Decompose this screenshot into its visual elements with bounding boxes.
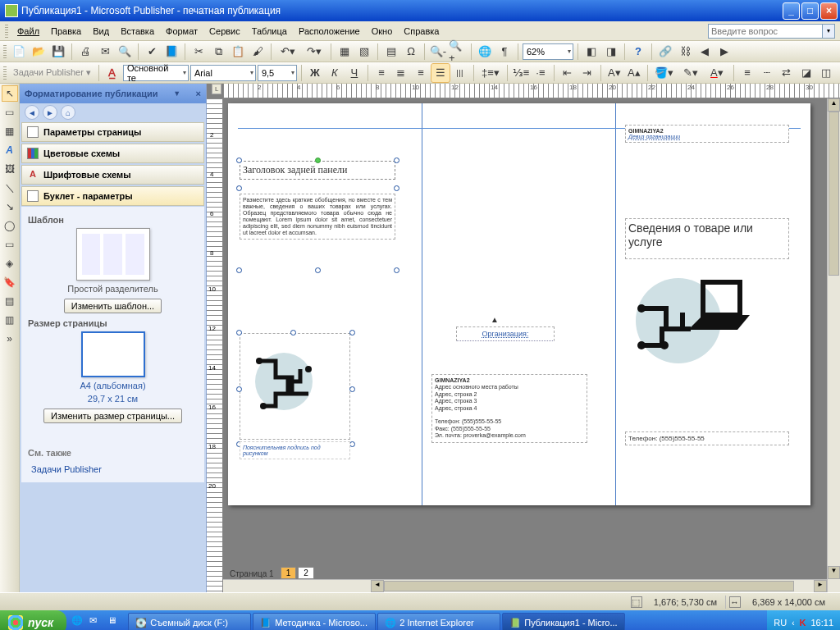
taskpane-back-icon[interactable]: ◄ (25, 105, 39, 120)
dash-style-icon[interactable]: ┄ (758, 64, 776, 82)
zoom-in-icon[interactable]: 🔍+ (449, 43, 467, 61)
cut-icon[interactable]: ✂ (189, 43, 208, 61)
open-icon[interactable]: 📂 (30, 43, 48, 61)
textbox-tool-icon[interactable]: ▭ (2, 104, 18, 121)
save-icon[interactable]: 💾 (49, 43, 67, 61)
grip-icon[interactable] (3, 66, 7, 80)
special-chars-icon[interactable]: Ω (402, 43, 420, 61)
document-canvas[interactable]: Заголовок задней панели Разместите здесь… (223, 98, 840, 592)
spelling-icon[interactable]: ✔ (143, 43, 161, 61)
zoom-out-icon[interactable]: 🔍- (429, 43, 447, 61)
research-icon[interactable]: 📘 (162, 43, 180, 61)
help-icon[interactable]: ? (629, 43, 647, 61)
tray-network-icon[interactable]: ‹ (792, 619, 794, 628)
taskbar-item-publisher[interactable]: 📗 Публикация1 - Micro... (502, 613, 625, 630)
menu-help[interactable]: Справка (398, 24, 445, 39)
align-left-icon[interactable]: ≡ (372, 64, 390, 82)
paste-icon[interactable]: 📋 (229, 43, 247, 61)
taskbar-item-removable[interactable]: 💽 Съемный диск (F:) (128, 613, 251, 630)
quicklaunch-ie-icon[interactable]: 🌐 (71, 615, 86, 630)
acc-page-options[interactable]: Параметры страницы (21, 122, 204, 142)
page-size-thumbnail[interactable] (81, 331, 145, 377)
menu-file[interactable]: Файл (11, 24, 45, 39)
autoshapes-icon[interactable]: ◈ (2, 255, 18, 272)
publication-page[interactable]: Заголовок задней панели Разместите здесь… (228, 103, 810, 505)
vertical-scrollbar[interactable]: ▲▼ (827, 98, 840, 592)
line-tool-icon[interactable]: ＼ (2, 180, 18, 196)
table-tool-icon[interactable]: ▦ (2, 123, 18, 139)
distribute-icon[interactable]: ⫼ (451, 64, 469, 82)
align-center-icon[interactable]: ≣ (392, 64, 410, 82)
item-library-icon[interactable]: ▥ (2, 312, 18, 328)
undo-icon[interactable]: ↶▾ (276, 43, 300, 61)
back-heading-textbox[interactable]: Заголовок задней панели (240, 161, 395, 180)
numbering-icon[interactable]: ⅓≡ (512, 64, 530, 82)
change-template-button[interactable]: Изменить шаблон... (64, 299, 162, 313)
tray-antivirus-icon[interactable]: K (800, 618, 806, 628)
shadow-icon[interactable]: ◪ (797, 64, 815, 82)
show-boundaries-icon[interactable]: ¶ (495, 43, 514, 61)
grip-icon[interactable] (3, 45, 7, 58)
format-painter-icon[interactable]: 🖌 (249, 43, 267, 61)
taskpane-dropdown-icon[interactable]: ▼ (170, 89, 184, 98)
menu-tools[interactable]: Сервис (203, 24, 246, 39)
underline-icon[interactable]: Ч (345, 64, 363, 82)
front-phone-textbox[interactable]: Телефон: (555)555-55-55 (625, 431, 789, 445)
front-image[interactable] (625, 267, 765, 366)
menu-window[interactable]: Окно (366, 24, 399, 39)
next-link-icon[interactable]: ▶ (715, 43, 733, 61)
help-search-input[interactable] (708, 24, 823, 39)
font-combo[interactable]: Arial▾ (190, 65, 256, 81)
acc-font-schemes[interactable]: AШрифтовые схемы (21, 165, 204, 185)
menu-format[interactable]: Формат (160, 24, 203, 39)
page-tab-2[interactable]: 2 (298, 567, 314, 579)
arrow-style-icon[interactable]: ⇄ (778, 64, 796, 82)
fill-color-icon[interactable]: 🪣▾ (652, 64, 677, 82)
navigation-icon[interactable]: ◧ (582, 43, 600, 61)
help-search-dropdown[interactable]: ▾ (823, 24, 835, 39)
line-color-icon[interactable]: ✎▾ (678, 64, 703, 82)
select-tool-icon[interactable]: ↖ (2, 85, 18, 102)
align-right-icon[interactable]: ≡ (412, 64, 430, 82)
redo-icon[interactable]: ↷▾ (302, 43, 326, 61)
styles-icon[interactable]: A̲ (103, 64, 121, 82)
taskpane-home-icon[interactable]: ⌂ (61, 105, 75, 120)
mail-icon[interactable]: ✉ (96, 43, 114, 61)
zoom-combo[interactable]: 62%▾ (523, 43, 573, 60)
unlink-icon[interactable]: ⛓ (676, 43, 694, 61)
close-button[interactable]: × (820, 2, 838, 20)
print-icon[interactable]: 🖨 (76, 43, 94, 61)
style-combo[interactable]: Основной те▾ (123, 65, 189, 81)
navigation2-icon[interactable]: ◨ (602, 43, 620, 61)
line-spacing-icon[interactable]: ‡≡▾ (478, 64, 503, 82)
columns-icon[interactable]: ▤ (382, 43, 400, 61)
quicklaunch-mail-icon[interactable]: ✉ (89, 615, 104, 630)
menu-view[interactable]: Вид (87, 24, 115, 39)
design-gallery-icon[interactable]: ▤ (2, 293, 18, 309)
decrease-indent-icon[interactable]: ⇤ (559, 64, 577, 82)
web-preview-icon[interactable]: 🌐 (476, 43, 494, 61)
rect-tool-icon[interactable]: ▭ (2, 236, 18, 253)
copy-icon[interactable]: ⧉ (209, 43, 227, 61)
bullets-icon[interactable]: ∙≡ (532, 64, 550, 82)
quicklaunch-desktop-icon[interactable]: 🖥 (107, 615, 122, 630)
increase-font-icon[interactable]: A▴ (625, 64, 643, 82)
line-style-icon[interactable]: ≡ (738, 64, 756, 82)
bold-icon[interactable]: Ж (306, 64, 324, 82)
link-icon[interactable]: 🔗 (656, 43, 674, 61)
taskpane-forward-icon[interactable]: ► (43, 105, 57, 120)
back-image-placeholder[interactable] (240, 333, 350, 440)
menu-table[interactable]: Таблица (246, 24, 293, 39)
see-also-link[interactable]: Задачи Publisher (28, 461, 198, 477)
wordart-tool-icon[interactable]: A (2, 142, 18, 158)
page-tab-1[interactable]: 1 (281, 567, 297, 579)
change-page-size-button[interactable]: Изменить размер страницы... (43, 409, 182, 423)
menu-insert[interactable]: Вставка (115, 24, 160, 39)
prev-link-icon[interactable]: ◀ (696, 43, 714, 61)
front-org-textbox[interactable]: GIMNAZIYA2 Девиз организации (625, 125, 789, 143)
taskpane-close-icon[interactable]: × (196, 89, 201, 98)
taskbar-item-ie[interactable]: 🌐 2 Internet Explorer (377, 613, 500, 630)
arrow-tool-icon[interactable]: ↘ (2, 199, 18, 215)
justify-icon[interactable]: ☰ (431, 64, 450, 82)
back-body-textbox[interactable]: Разместите здесь краткие обобщения, но в… (240, 194, 395, 240)
